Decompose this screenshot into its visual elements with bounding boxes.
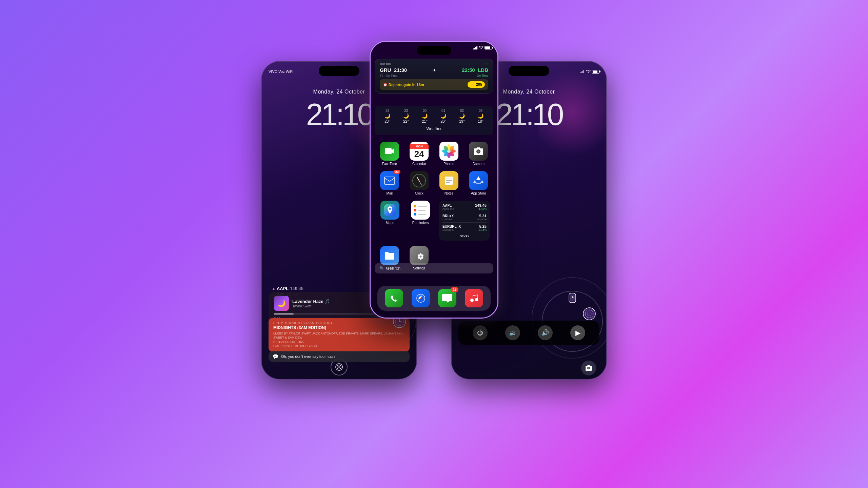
svg-point-44: [470, 299, 474, 302]
album-art-inner: 🌙: [274, 296, 289, 311]
camera-circle-btn[interactable]: [581, 361, 596, 375]
chat-icon: 💬: [273, 354, 278, 359]
facetime-icon[interactable]: [380, 142, 399, 161]
stocks-widget: AAPL Apple Inc. 149,45 +1,48%: [439, 201, 490, 241]
photos-icon[interactable]: [439, 142, 458, 161]
left-wifi-name: VIVO Voz WiFi: [269, 69, 293, 74]
svg-point-40: [420, 256, 422, 258]
album-from: FROM MIDNIGHTS (3AM EDITION): [273, 321, 405, 325]
app-maps[interactable]: Maps: [378, 201, 402, 225]
forecast-row: 22 🌙 23° 23 🌙 22° 00 🌙 21°: [378, 109, 490, 123]
flight-status: T2 · On Time On Time: [380, 74, 488, 77]
reminders-icon[interactable]: [411, 201, 430, 220]
search-bar[interactable]: 🔍 Search: [375, 263, 493, 273]
flight-route: GRU 21:30 ✈ 22:50 LDB: [380, 67, 488, 73]
svg-point-58: [588, 367, 590, 369]
app-notes[interactable]: Notes: [437, 171, 461, 195]
clock-minute-hand: [419, 181, 422, 185]
svg-rect-48: [582, 71, 583, 73]
mail-icon[interactable]: 23: [380, 171, 399, 190]
svg-point-50: [583, 308, 595, 320]
app-calendar[interactable]: MON 24 Calendar: [407, 142, 431, 166]
svg-rect-16: [475, 47, 476, 49]
flight-from: GRU 21:30: [380, 67, 407, 73]
svg-rect-19: [385, 148, 392, 154]
album-name: MIDNIGHTS (3AM EDITION): [273, 325, 405, 330]
center-status-bar: [371, 42, 497, 58]
svg-rect-15: [474, 48, 475, 49]
right-vol-down-btn[interactable]: 🔉: [505, 325, 520, 340]
reminders-inner: [411, 201, 430, 220]
right-vol-up-btn[interactable]: 🔊: [538, 325, 553, 340]
search-text[interactable]: Search: [387, 266, 400, 271]
right-play-btn[interactable]: ▶: [570, 325, 585, 340]
aapl-name: AAPL: [277, 286, 289, 291]
right-signal-icon: [580, 70, 585, 73]
stocks-aapl-right: 149,45 +1,48%: [475, 203, 487, 210]
rem-line-1: [414, 205, 427, 207]
rem-line-2: [414, 209, 425, 211]
appstore-icon[interactable]: [469, 171, 488, 190]
svg-rect-18: [477, 46, 478, 49]
right-status-icons: [580, 70, 599, 74]
dock-safari[interactable]: [412, 289, 430, 307]
app-appstore[interactable]: App Store: [467, 171, 490, 195]
photos-wheel-container: [439, 142, 458, 161]
dock-messages[interactable]: 19: [438, 289, 456, 307]
right-camera-icon[interactable]: [581, 361, 596, 375]
svg-point-43: [420, 298, 421, 299]
flight-depart: ⏰ Departs gate in 16m ⚡ 205: [380, 79, 488, 90]
svg-rect-47: [581, 72, 581, 73]
right-wifi-icon: [586, 70, 591, 73]
camera-icon[interactable]: [469, 142, 488, 161]
notes-icon[interactable]: [439, 171, 458, 190]
app-mail[interactable]: 23 Mail: [378, 171, 401, 195]
dock-phone[interactable]: [385, 289, 403, 307]
app-camera[interactable]: Camera: [467, 142, 490, 166]
app-clock[interactable]: Clock: [407, 171, 431, 195]
depart-left: ⏰ Departs gate in 16m: [383, 83, 424, 87]
maps-icon[interactable]: [380, 201, 399, 220]
stocks-eur-right: 5,25 +0,14%: [477, 224, 487, 231]
messages-badge: 19: [451, 287, 458, 292]
clock-icon[interactable]: [410, 171, 429, 190]
appstore-label: App Store: [471, 191, 486, 195]
forecast-03: 03 🌙 18°: [471, 109, 490, 123]
app-reminders[interactable]: Reminders: [409, 201, 432, 225]
chat-text: Oh, you don't ever say too much: [281, 354, 335, 359]
aapl-arrow: ▲: [272, 287, 275, 290]
svg-rect-46: [580, 72, 580, 73]
calendar-label: Calendar: [412, 162, 426, 166]
stocks-item-aapl: AAPL Apple Inc. 149,45 +1,48%: [442, 203, 487, 212]
calendar-icon[interactable]: MON 24: [410, 142, 429, 161]
app-facetime[interactable]: FaceTime: [378, 142, 401, 166]
camera-label: Camera: [472, 162, 485, 166]
app-photos[interactable]: Photos: [437, 142, 461, 166]
left-dynamic-island: [319, 66, 359, 76]
svg-point-39: [389, 208, 391, 210]
album-info-card: FROM MIDNIGHTS (3AM EDITION) MIDNIGHTS (…: [269, 318, 410, 352]
photos-label: Photos: [443, 162, 454, 166]
right-music-controls[interactable]: ⏻ 🔉 🔊 ▶: [458, 321, 599, 345]
phones-container: VIVO Voz WiFi ●●● Monday, 24 October 21:…: [281, 41, 587, 447]
svg-point-13: [338, 366, 340, 368]
stocks-item-eur: EURBRL=X EUR/BRL 5,25 +0,14%: [442, 224, 487, 231]
battery-icon: [485, 46, 492, 49]
right-power-btn[interactable]: ⏻: [473, 325, 488, 340]
flight-logo: G31108: [380, 62, 391, 66]
center-right-status: [473, 44, 492, 49]
album-art: 🌙: [274, 296, 289, 311]
score-icon: ⚡: [470, 82, 475, 86]
mail-badge: 23: [394, 170, 400, 174]
svg-point-45: [475, 298, 478, 301]
clock-label: Clock: [415, 191, 423, 195]
dock-music[interactable]: [465, 289, 483, 307]
flight-plane-icon: ✈: [432, 67, 436, 73]
settings-icon[interactable]: [410, 246, 429, 265]
files-icon[interactable]: [380, 246, 399, 265]
score-badge: ⚡ 205: [468, 81, 485, 88]
forecast-01: 01 🌙 20°: [434, 109, 453, 123]
flight-header: G31108 • • •: [380, 62, 488, 66]
calendar-date: 24: [414, 149, 424, 159]
stocks-brl-right: 5,31 +0,00%: [477, 214, 487, 221]
